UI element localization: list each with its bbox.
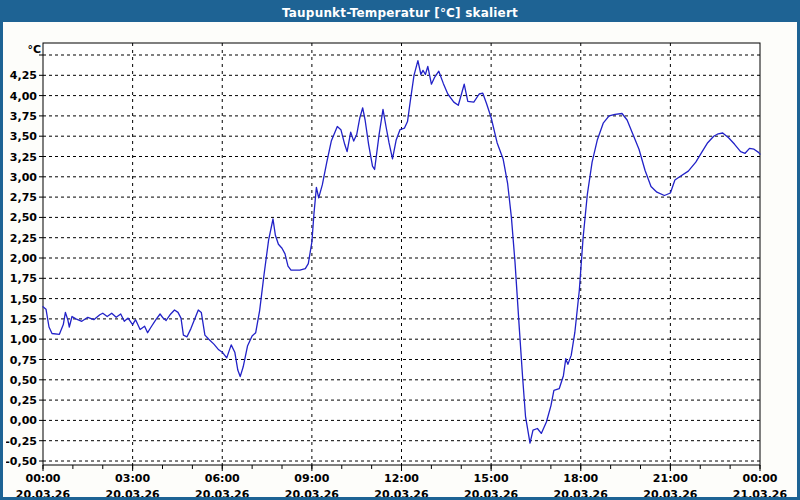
y-tick-label: 2,00 [10, 252, 37, 265]
y-tick-label: 0,00 [10, 414, 37, 427]
y-tick-label: 3,25 [10, 151, 37, 164]
x-date-label: 21.03.26 [733, 488, 788, 500]
y-tick-label: 4,00 [10, 90, 37, 103]
x-time-label: 03:00 [115, 472, 150, 485]
y-tick-label: 1,50 [10, 293, 37, 306]
x-time-label: 15:00 [474, 472, 509, 485]
x-time-label: 12:00 [384, 472, 419, 485]
y-tick-label: 1,25 [10, 313, 37, 326]
y-tick-label: 2,50 [10, 211, 37, 224]
x-date-label: 20.03.26 [554, 488, 609, 500]
x-time-label: 18:00 [563, 472, 598, 485]
x-time-label: 00:00 [25, 472, 60, 485]
y-tick-label: 0,75 [10, 354, 37, 367]
y-tick-label: 4,25 [10, 69, 37, 82]
y-tick-label: 3,50 [10, 130, 37, 143]
x-date-label: 20.03.26 [105, 488, 160, 500]
y-tick-label: 2,75 [10, 191, 37, 204]
x-date-label: 20.03.26 [464, 488, 519, 500]
y-tick-label: 0,25 [10, 394, 37, 407]
y-tick-label: -0,50 [6, 455, 37, 468]
y-tick-label: 1,75 [10, 272, 37, 285]
x-date-label: 20.03.26 [643, 488, 698, 500]
y-tick-label: 3,75 [10, 110, 37, 123]
line-chart: 4,254,003,753,503,253,002,752,502,252,00… [6, 25, 800, 500]
x-date-label: 20.03.26 [16, 488, 71, 500]
window-title: Taupunkt-Temperatur [°C] skaliert [282, 6, 518, 20]
x-date-label: 20.03.26 [374, 488, 429, 500]
x-time-label: 21:00 [653, 472, 688, 485]
x-time-label: 00:00 [742, 472, 777, 485]
y-tick-label: 3,00 [10, 171, 37, 184]
y-axis-unit-label: °C [27, 43, 41, 56]
y-tick-label: -0,25 [6, 435, 37, 448]
y-tick-label: 0,50 [10, 374, 37, 387]
x-time-label: 09:00 [294, 472, 329, 485]
x-date-label: 20.03.26 [195, 488, 250, 500]
x-time-label: 06:00 [205, 472, 240, 485]
chart-window: Taupunkt-Temperatur [°C] skaliert 4,254,… [0, 0, 800, 500]
x-date-label: 20.03.26 [285, 488, 340, 500]
y-tick-label: 1,00 [10, 333, 37, 346]
window-titlebar: Taupunkt-Temperatur [°C] skaliert [3, 3, 797, 22]
chart-area: 4,254,003,753,503,253,002,752,502,252,00… [6, 25, 800, 500]
y-tick-label: 2,25 [10, 232, 37, 245]
